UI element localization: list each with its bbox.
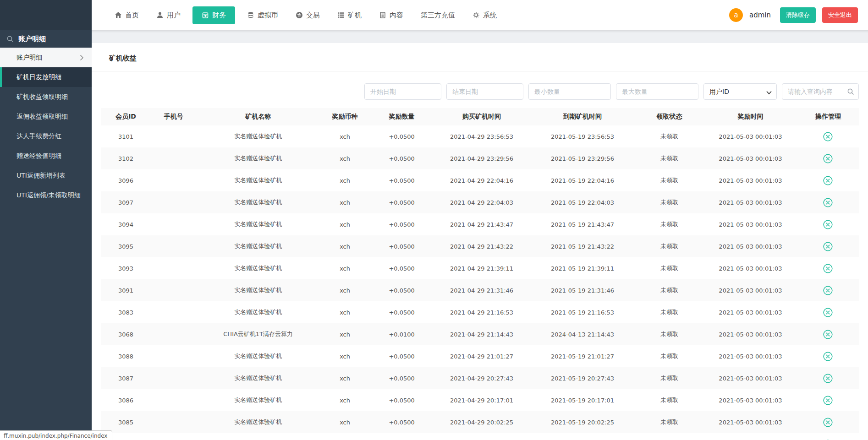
cell: 2021-05-03 00:01:03 — [703, 353, 797, 360]
search-input[interactable] — [782, 83, 859, 100]
table-row: 3087实名赠送体验矿机xch+0.05002021-04-29 20:27:4… — [101, 367, 859, 389]
gear-icon — [472, 11, 480, 19]
cell: 3093 — [101, 265, 151, 272]
cell: 未领取 — [635, 242, 703, 250]
cell: xch — [320, 397, 370, 404]
nav-item-home[interactable]: 首页 — [109, 6, 144, 24]
cell: xch — [320, 265, 370, 272]
sidebar-item-gift-exp-detail[interactable]: 赠送经验值明细 — [0, 146, 92, 166]
sidebar-menu: 账户明细矿机日发放明细矿机收益领取明细返佣收益领取明细达人手续费分红赠送经验值明… — [0, 48, 92, 205]
cell: 未领取 — [635, 132, 703, 141]
sidebar-item-account-detail[interactable]: 账户明细 — [0, 48, 92, 67]
circle-x-icon[interactable] — [823, 220, 833, 229]
max-amount-input[interactable] — [616, 83, 698, 100]
cell: 3095 — [101, 243, 151, 250]
circle-x-icon[interactable] — [823, 286, 833, 295]
cell: 2021-05-19 23:29:56 — [530, 155, 635, 162]
chevron-right-icon — [78, 54, 85, 61]
earnings-table: 会员ID手机号矿机名称奖励币种奖励数量购买矿机时间到期矿机时间领取状态奖励时间操… — [101, 108, 859, 440]
nav-item-users[interactable]: 用户 — [151, 6, 186, 24]
cell: xch — [320, 199, 370, 206]
cell: +0.0500 — [370, 265, 434, 272]
circle-x-icon[interactable] — [823, 330, 833, 339]
cell: 2021-05-19 23:56:53 — [530, 133, 635, 140]
cell: 2021-05-19 21:31:46 — [530, 287, 635, 294]
cell: 2021-04-29 22:04:16 — [434, 177, 530, 184]
cell: 2021-04-29 23:56:53 — [434, 133, 530, 140]
start-date-input[interactable] — [364, 83, 441, 100]
sidebar-item-uti-rebate-claim[interactable]: UTI返佣领/未领取明细 — [0, 185, 92, 205]
nav-item-trade[interactable]: 交易 — [290, 6, 325, 24]
nav-items: 首页用户¥财务虚拟币交易矿机内容第三方充值系统 — [109, 6, 502, 24]
cell: 3083 — [101, 309, 151, 316]
svg-text:¥: ¥ — [204, 14, 207, 18]
cell: 2021-05-19 21:16:53 — [530, 309, 635, 316]
column-header: 矿机名称 — [196, 113, 320, 121]
end-date-input[interactable] — [446, 83, 523, 100]
cell: 2021-04-29 21:43:47 — [434, 221, 530, 228]
circle-x-icon[interactable] — [823, 198, 833, 207]
cell: 2021-05-03 00:01:03 — [703, 177, 797, 184]
nav-item-system[interactable]: 系统 — [467, 6, 502, 24]
clear-cache-button[interactable]: 清除缓存 — [780, 7, 816, 23]
main-content: 矿机收益 用户ID 会员ID手机号矿机名称奖励币种奖励数量购买矿机时间到期矿机时… — [92, 30, 868, 440]
cell: 2021-04-29 20:02:25 — [434, 419, 530, 426]
circle-x-icon[interactable] — [823, 154, 833, 163]
cell: 实名赠送体验矿机 — [196, 242, 320, 250]
cell: 2021-05-19 21:43:47 — [530, 221, 635, 228]
table-row: 3095实名赠送体验矿机xch+0.05002021-04-29 21:43:2… — [101, 235, 859, 257]
column-header: 到期矿机时间 — [530, 113, 635, 121]
circle-x-icon[interactable] — [823, 264, 833, 273]
nav-item-miner[interactable]: 矿机 — [332, 6, 367, 24]
sidebar-section-header: 账户明细 — [0, 30, 92, 48]
link-preview-tooltip: ff.muxin.pub/index.php/Finance/index — [0, 430, 112, 440]
table-row: 3094实名赠送体验矿机xch+0.05002021-04-29 21:43:4… — [101, 213, 859, 235]
cell: 未领取 — [635, 308, 703, 316]
cell: 2024-04-13 21:14:43 — [530, 331, 635, 338]
nav-item-label: 内容 — [390, 11, 403, 20]
nav-item-finance[interactable]: ¥财务 — [192, 6, 235, 24]
sidebar-item-miner-income-claim[interactable]: 矿机收益领取明细 — [0, 87, 92, 107]
min-amount-input[interactable] — [528, 83, 611, 100]
avatar[interactable]: a — [729, 8, 743, 22]
cell: +0.0500 — [370, 309, 434, 316]
circle-x-icon[interactable] — [823, 352, 833, 361]
sidebar-item-label: 账户明细 — [16, 54, 42, 62]
circle-x-icon[interactable] — [823, 418, 833, 427]
logout-button[interactable]: 安全退出 — [822, 7, 858, 23]
cell: xch — [320, 353, 370, 360]
user-id-select[interactable]: 用户ID — [703, 83, 777, 100]
nav-item-content[interactable]: 内容 — [374, 6, 409, 24]
nav-item-label: 系统 — [483, 11, 497, 20]
sidebar-item-uti-rebate-new-list[interactable]: UTI返佣新增列表 — [0, 166, 92, 185]
table-row-partial — [101, 433, 859, 440]
sidebar-item-master-fee-dividend[interactable]: 达人手续费分红 — [0, 126, 92, 146]
cell: xch — [320, 331, 370, 338]
circle-x-icon[interactable] — [823, 242, 833, 251]
cell: +0.0500 — [370, 177, 434, 184]
sidebar-item-rebate-income-claim[interactable]: 返佣收益领取明细 — [0, 107, 92, 126]
cell: 未领取 — [635, 176, 703, 185]
circle-x-icon[interactable] — [823, 396, 833, 405]
cell: +0.0500 — [370, 287, 434, 294]
circle-x-icon[interactable] — [823, 308, 833, 317]
cell: 2021-05-03 00:01:03 — [703, 199, 797, 206]
nav-item-thirdparty[interactable]: 第三方充值 — [415, 6, 461, 24]
cell: xch — [320, 155, 370, 162]
circle-x-icon[interactable] — [823, 176, 833, 185]
cell: 实名赠送体验矿机 — [196, 308, 320, 316]
cell: +0.0500 — [370, 243, 434, 250]
sidebar-item-miner-daily-grant[interactable]: 矿机日发放明细 — [0, 67, 92, 87]
nav-item-crypto[interactable]: 虚拟币 — [242, 6, 284, 24]
cell: 2021-04-29 23:29:56 — [434, 155, 530, 162]
cell: xch — [320, 287, 370, 294]
wallet-icon: ¥ — [202, 11, 209, 19]
cell: 2021-05-03 00:01:03 — [703, 331, 797, 338]
circle-x-icon[interactable] — [823, 132, 833, 141]
page-header: 矿机收益 — [92, 43, 868, 71]
table-header-row: 会员ID手机号矿机名称奖励币种奖励数量购买矿机时间到期矿机时间领取状态奖励时间操… — [101, 108, 859, 125]
nav-item-label: 用户 — [167, 11, 181, 20]
cell: 2021-04-29 22:04:03 — [434, 199, 530, 206]
circle-x-icon[interactable] — [823, 374, 833, 383]
cell: 3085 — [101, 419, 151, 426]
